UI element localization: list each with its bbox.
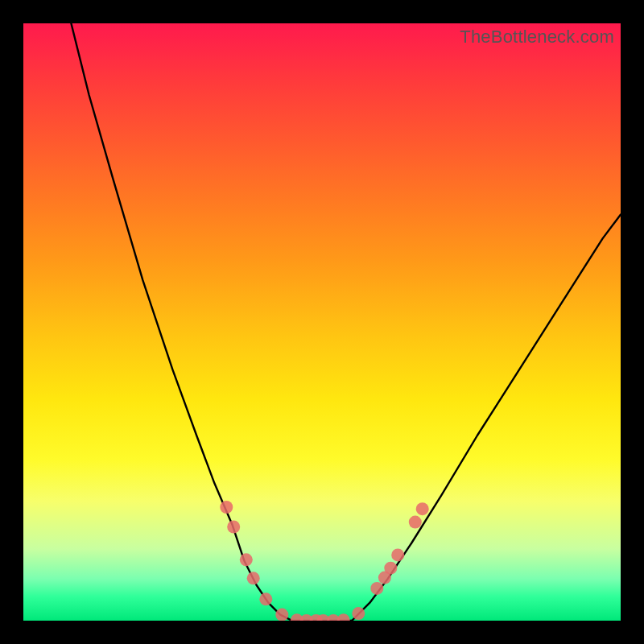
curve-curve-left bbox=[71, 23, 292, 621]
marker-point bbox=[370, 582, 383, 595]
marker-point bbox=[352, 607, 365, 620]
curve-curve-right bbox=[352, 214, 621, 621]
plot-area: TheBottleneck.com bbox=[23, 23, 621, 621]
marker-point bbox=[220, 501, 233, 514]
curve-group bbox=[71, 23, 621, 621]
chart-svg bbox=[23, 23, 621, 621]
marker-point bbox=[227, 521, 240, 534]
marker-point bbox=[384, 562, 397, 575]
marker-point bbox=[416, 502, 429, 515]
marker-group bbox=[220, 501, 428, 621]
chart-frame: TheBottleneck.com bbox=[0, 0, 644, 644]
marker-point bbox=[337, 613, 350, 621]
marker-point bbox=[391, 548, 404, 561]
marker-point bbox=[247, 572, 260, 584]
marker-point bbox=[275, 609, 288, 621]
marker-point bbox=[409, 516, 422, 529]
marker-point bbox=[240, 553, 253, 566]
marker-point bbox=[259, 592, 272, 605]
